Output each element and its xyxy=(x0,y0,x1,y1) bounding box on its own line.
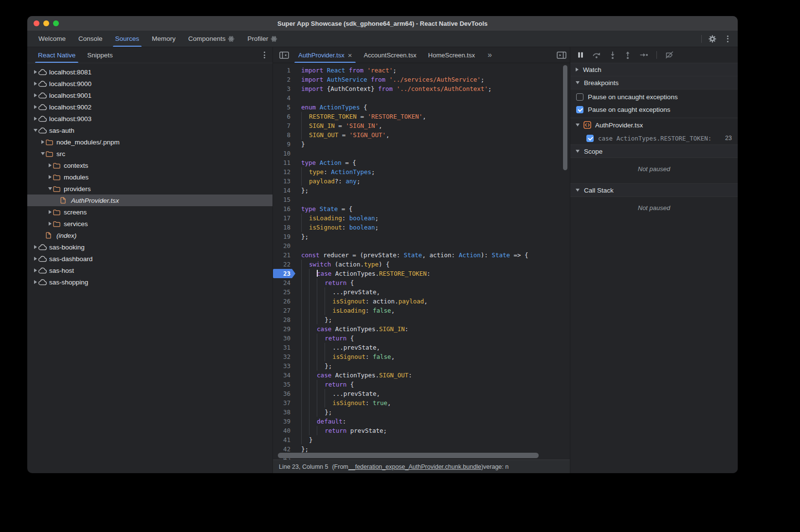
step-icon[interactable] xyxy=(639,52,648,58)
tree-item-sas-shopping[interactable]: sas-shopping xyxy=(27,276,273,288)
code-line-text[interactable] xyxy=(301,195,570,204)
gutter-line-number[interactable]: 10 xyxy=(273,149,295,158)
gutter-line-number[interactable]: 34 xyxy=(273,371,295,380)
code-line-text[interactable]: type: ActionTypes; xyxy=(301,167,570,177)
code-line-text[interactable]: return { xyxy=(301,380,570,389)
tab-profiler[interactable]: Profiler xyxy=(241,31,284,47)
tree-item-sas-dashboard[interactable]: sas-dashboard xyxy=(27,253,273,265)
code-line-text[interactable]: RESTORE_TOKEN = 'RESTORE_TOKEN', xyxy=(301,112,570,121)
call-stack-section-header[interactable]: Call Stack xyxy=(570,183,738,197)
more-options-kebab-icon[interactable] xyxy=(723,35,732,43)
gutter-line-number[interactable]: 25 xyxy=(273,287,295,297)
tree-item-sas-auth[interactable]: sas-auth xyxy=(27,124,273,136)
expander-closed-icon[interactable] xyxy=(32,82,38,86)
code-line-text[interactable] xyxy=(301,93,570,103)
checkbox-unchecked[interactable] xyxy=(576,93,583,101)
gutter-line-number[interactable]: 29 xyxy=(273,324,295,334)
tab-welcome[interactable]: Welcome xyxy=(32,31,72,47)
checkbox-checked[interactable] xyxy=(586,135,594,142)
window-maximize-button[interactable] xyxy=(53,20,59,26)
code-line-text[interactable]: SIGN_IN = 'SIGN_IN', xyxy=(301,121,570,130)
step-over-icon[interactable] xyxy=(592,51,601,59)
code-line-text[interactable]: type Action = { xyxy=(301,158,570,167)
gutter-line-number[interactable]: 5 xyxy=(273,103,295,112)
expander-closed-icon[interactable] xyxy=(47,175,53,179)
gutter-line-number[interactable]: 40 xyxy=(273,426,295,435)
gutter-line-number[interactable]: 38 xyxy=(273,408,295,417)
navigator-tab-snippets[interactable]: Snippets xyxy=(81,47,119,63)
pause-icon[interactable] xyxy=(577,52,584,58)
expander-closed-icon[interactable] xyxy=(47,210,53,214)
editor-horizontal-scrollbar[interactable] xyxy=(278,453,539,458)
gutter-line-number[interactable]: 1 xyxy=(273,66,295,75)
expander-closed-icon[interactable] xyxy=(32,105,38,109)
code-line-text[interactable]: } xyxy=(301,435,570,444)
checkbox-checked[interactable] xyxy=(576,106,583,113)
expander-closed-icon[interactable] xyxy=(32,257,38,261)
navigator-more-options-kebab-icon[interactable] xyxy=(260,51,269,59)
gutter-line-number[interactable]: 3 xyxy=(273,84,295,93)
tree-item-localhost-9003[interactable]: localhost:9003 xyxy=(27,113,273,124)
expander-open-icon[interactable] xyxy=(39,152,46,155)
gutter-line-number[interactable]: 22 xyxy=(273,260,295,269)
code-line-text[interactable]: }; xyxy=(301,315,570,324)
code-line-text[interactable]: isLoading: boolean; xyxy=(301,213,570,223)
gutter-line-number[interactable]: 24 xyxy=(273,278,295,287)
expander-closed-icon[interactable] xyxy=(32,117,38,121)
code-line-text[interactable]: return { xyxy=(301,334,570,343)
code-line-text[interactable]: isSignout: false, xyxy=(301,352,570,361)
expander-closed-icon[interactable] xyxy=(32,268,38,272)
gutter-line-number[interactable]: 2 xyxy=(273,75,295,84)
step-into-icon[interactable] xyxy=(609,51,616,59)
scope-section-header[interactable]: Scope xyxy=(570,145,738,158)
code-line-text[interactable]: switch (action.type) { xyxy=(301,260,570,269)
expander-closed-icon[interactable] xyxy=(32,70,38,74)
breakpoint-file-row[interactable]: AuthProvider.tsx xyxy=(570,118,738,132)
step-out-icon[interactable] xyxy=(624,51,631,59)
code-line-text[interactable]: type State = { xyxy=(301,204,570,213)
gutter-line-number[interactable]: 4 xyxy=(273,93,295,103)
code-line-text[interactable]: ...prevState, xyxy=(301,343,570,352)
gutter-line-number[interactable]: 33 xyxy=(273,361,295,371)
gutter-line-number[interactable]: 30 xyxy=(273,334,295,343)
editor-tab-accountscreen-tsx[interactable]: AccountScreen.tsx xyxy=(358,47,422,63)
code-line-text[interactable]: return { xyxy=(301,278,570,287)
code-line-text[interactable]: import {AuthContext} from '../contexts/A… xyxy=(301,84,570,93)
code-line-text[interactable]: ...prevState, xyxy=(301,389,570,398)
close-icon[interactable]: × xyxy=(348,52,352,59)
editor-tab-authprovider-tsx[interactable]: AuthProvider.tsx× xyxy=(292,47,358,63)
tree-item-screens[interactable]: screens xyxy=(27,206,273,218)
editor-tab-homescreen-tsx[interactable]: HomeScreen.tsx xyxy=(422,47,481,63)
tree-item-authprovider-tsx[interactable]: AuthProvider.tsx xyxy=(27,195,273,206)
gutter-line-number[interactable]: 19 xyxy=(273,232,295,241)
code-line-text[interactable]: SIGN_OUT = 'SIGN_OUT', xyxy=(301,130,570,140)
gutter-line-number[interactable]: 28 xyxy=(273,315,295,324)
expander-closed-icon[interactable] xyxy=(32,245,38,249)
code-line-text[interactable]: isLoading: false, xyxy=(301,306,570,315)
code-line-text[interactable] xyxy=(301,241,570,250)
gutter-line-number[interactable]: 18 xyxy=(273,223,295,232)
code-line-text[interactable]: isSignout: boolean; xyxy=(301,223,570,232)
watch-section-header[interactable]: Watch xyxy=(570,63,738,76)
toggle-debugger-panel-icon[interactable] xyxy=(553,47,570,63)
gutter-line-number[interactable]: 15 xyxy=(273,195,295,204)
tree-item-node-modules-pnpm[interactable]: node_modules/.pnpm xyxy=(27,136,273,148)
code-line-text[interactable]: case ActionTypes.RESTORE_TOKEN: xyxy=(301,269,570,278)
settings-gear-icon[interactable] xyxy=(707,33,718,45)
tab-sources[interactable]: Sources xyxy=(109,31,146,47)
gutter-line-number[interactable]: 26 xyxy=(273,297,295,306)
expander-closed-icon[interactable] xyxy=(47,163,53,167)
code-line-text[interactable]: isSignout: action.payload, xyxy=(301,297,570,306)
code-line-text[interactable]: }; xyxy=(301,186,570,195)
code-line-text[interactable]: default: xyxy=(301,417,570,426)
gutter-line-number[interactable]: 21 xyxy=(273,250,295,260)
tree-item-modules[interactable]: modules xyxy=(27,171,273,183)
tree-item-sas-host[interactable]: sas-host xyxy=(27,265,273,276)
tree-item-contexts[interactable]: contexts xyxy=(27,160,273,171)
tab-components[interactable]: Components xyxy=(182,31,241,47)
tab-memory[interactable]: Memory xyxy=(145,31,182,47)
gutter-line-number[interactable]: 7 xyxy=(273,121,295,130)
breakpoints-section-header[interactable]: Breakpoints xyxy=(570,76,738,89)
tree-item-localhost-9001[interactable]: localhost:9001 xyxy=(27,89,273,101)
gutter-line-number[interactable]: 36 xyxy=(273,389,295,398)
